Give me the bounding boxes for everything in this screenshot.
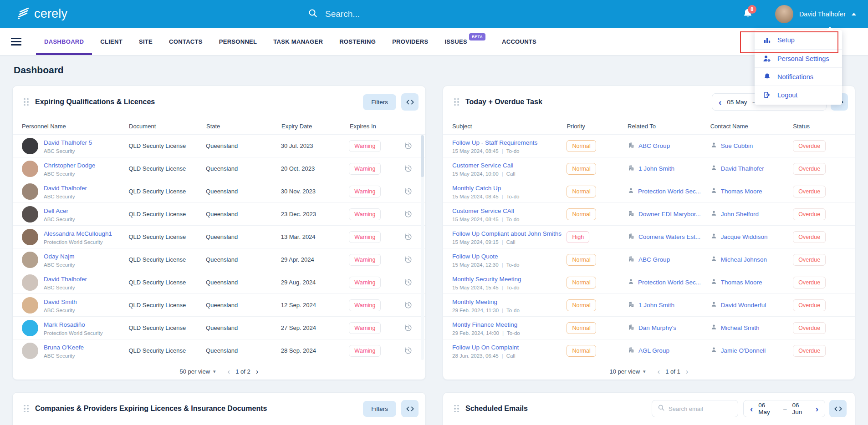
personnel-name-link[interactable]: Mark Rosadiño: [44, 321, 85, 328]
subject-link[interactable]: Customer Service Call: [452, 162, 513, 169]
app-logo[interactable]: cerely: [16, 6, 67, 22]
related-to-link[interactable]: ABC Group: [638, 256, 670, 263]
nav-item-task-manager[interactable]: TASK MANAGER: [273, 28, 323, 55]
expand-panel-button[interactable]: [401, 93, 419, 111]
related-to-link[interactable]: 1 John Smith: [638, 165, 674, 172]
nav-item-dashboard[interactable]: DASHBOARD: [44, 28, 84, 55]
history-icon[interactable]: [403, 186, 414, 197]
contact-name-link[interactable]: John Shelford: [721, 211, 759, 218]
notifications-bell[interactable]: 8: [742, 8, 754, 20]
history-icon[interactable]: [403, 254, 414, 265]
contact-name-link[interactable]: Thomas Moore: [721, 188, 762, 195]
personnel-name-link[interactable]: David Thalhofer: [44, 276, 87, 283]
filters-button[interactable]: Filters: [363, 401, 396, 417]
history-icon[interactable]: [403, 277, 414, 288]
menu-item-setup[interactable]: Setup: [755, 31, 842, 49]
table-scrollbar[interactable]: [421, 135, 424, 360]
filters-button[interactable]: Filters: [363, 94, 396, 110]
nav-item-contacts[interactable]: CONTACTS: [169, 28, 203, 55]
nav-item-issues[interactable]: ISSUES BETA: [444, 28, 485, 55]
prev-date-icon[interactable]: ‹: [750, 405, 753, 413]
drag-handle[interactable]: [454, 98, 459, 106]
email-search-input[interactable]: [669, 405, 732, 412]
drag-handle[interactable]: [24, 98, 29, 106]
nav-item-rostering[interactable]: ROSTERING: [339, 28, 376, 55]
related-to-link[interactable]: Protection World Sec...: [638, 188, 701, 195]
priority-badge: Normal: [567, 345, 596, 357]
subject-link[interactable]: Follow Up - Staff Requirements: [452, 139, 537, 146]
person-icon: [710, 142, 717, 150]
history-icon[interactable]: [403, 141, 414, 151]
contact-name-link[interactable]: Micheal Smith: [721, 324, 760, 331]
subject-link[interactable]: Montly Finance Meeting: [452, 321, 517, 328]
personnel-name-link[interactable]: David Thalhofer 5: [44, 139, 92, 146]
person-icon: [710, 164, 717, 173]
nav-item-providers[interactable]: PROVIDERS: [392, 28, 428, 55]
contact-name-link[interactable]: Thomas Moore: [721, 279, 762, 286]
prev-page-icon[interactable]: ‹: [658, 368, 660, 375]
history-icon[interactable]: [403, 323, 414, 333]
personnel-name-link[interactable]: Dell Acer: [44, 207, 68, 214]
personnel-name-link[interactable]: David Smith: [44, 299, 77, 305]
personnel-name-link[interactable]: Bruna O'Keefe: [44, 344, 84, 351]
personnel-name-link[interactable]: Oday Najm: [44, 253, 75, 260]
subject-link[interactable]: Customer Service CAll: [452, 207, 514, 214]
history-icon[interactable]: [403, 163, 414, 174]
contact-name-link[interactable]: David Wonderful: [721, 302, 766, 309]
history-icon[interactable]: [403, 209, 414, 219]
per-view-select[interactable]: 50 per view ▾: [180, 368, 216, 375]
personnel-name-link[interactable]: David Thalhofer: [44, 185, 87, 192]
contact-name-link[interactable]: Micheal Johnson: [721, 256, 767, 263]
related-to-link[interactable]: Coomera Waters Est...: [638, 233, 700, 240]
nav-item-site[interactable]: SITE: [139, 28, 153, 55]
subject-link[interactable]: Follow Up Compliant about John Smiths: [452, 230, 562, 237]
user-menu-caret-icon[interactable]: [852, 13, 856, 15]
expiry-date-cell: 29 Aug. 2024: [281, 279, 349, 286]
menu-item-personal-settings[interactable]: Personal Settings: [755, 49, 842, 67]
next-page-icon[interactable]: ›: [686, 368, 689, 375]
status-badge: Overdue: [793, 186, 826, 197]
menu-item-logout[interactable]: Logout: [755, 86, 842, 104]
subject-link[interactable]: Follow Up Quote: [452, 253, 498, 260]
related-to-link[interactable]: AGL Group: [638, 347, 669, 354]
next-page-icon[interactable]: ›: [256, 368, 259, 375]
nav-item-client[interactable]: CLIENT: [100, 28, 123, 55]
beta-badge: BETA: [469, 33, 485, 40]
scrollbar-thumb[interactable]: [421, 135, 424, 177]
nav-item-accounts[interactable]: ACCOUNTS: [502, 28, 536, 55]
subject-link[interactable]: Monthly Catch Up: [452, 185, 501, 192]
user-avatar[interactable]: [775, 5, 793, 23]
related-to-link[interactable]: ABC Group: [638, 142, 670, 149]
related-to-link[interactable]: Protection World Sec...: [638, 279, 701, 286]
expand-panel-button[interactable]: [401, 400, 419, 417]
contact-name-link[interactable]: David Thalhofer: [721, 165, 764, 172]
prev-page-icon[interactable]: ‹: [228, 368, 230, 375]
drag-handle[interactable]: [24, 405, 29, 413]
hamburger-menu-icon[interactable]: [11, 36, 21, 47]
global-search[interactable]: Search...: [308, 0, 360, 28]
user-name[interactable]: David Thalhofer: [799, 10, 846, 18]
menu-item-notifications[interactable]: Notifications: [755, 67, 842, 86]
drag-handle[interactable]: [454, 405, 459, 413]
history-icon[interactable]: [403, 300, 414, 310]
company-icon: [628, 324, 635, 333]
contact-name-link[interactable]: Jacque Widdison: [721, 233, 768, 240]
contact-name-link[interactable]: Jamie O'Donnell: [721, 347, 766, 354]
subject-link[interactable]: Monthly Security Meeting: [452, 276, 521, 283]
contact-name-link[interactable]: Sue Cubbin: [721, 142, 753, 149]
personnel-name-link[interactable]: Alessandra McCullough1: [44, 230, 112, 237]
prev-date-icon[interactable]: ‹: [719, 98, 721, 106]
subject-link[interactable]: Follow Up On Complaint: [452, 344, 519, 351]
next-date-icon[interactable]: ›: [816, 405, 818, 413]
history-icon[interactable]: [403, 232, 414, 242]
related-to-link[interactable]: 1 John Smith: [638, 302, 674, 309]
subject-link[interactable]: Monthly Meeting: [452, 299, 497, 305]
personnel-name-link[interactable]: Christopher Dodge: [44, 162, 95, 169]
expires-in-badge: Warning: [349, 140, 381, 152]
related-to-link[interactable]: Dan Murphy's: [638, 324, 676, 331]
history-icon[interactable]: [403, 345, 414, 356]
per-view-select[interactable]: 10 per view ▾: [610, 368, 646, 375]
nav-item-personnel[interactable]: PERSONNEL: [219, 28, 257, 55]
related-to-link[interactable]: Downer EDI Marybor...: [638, 211, 701, 218]
expand-panel-button[interactable]: [829, 400, 847, 417]
